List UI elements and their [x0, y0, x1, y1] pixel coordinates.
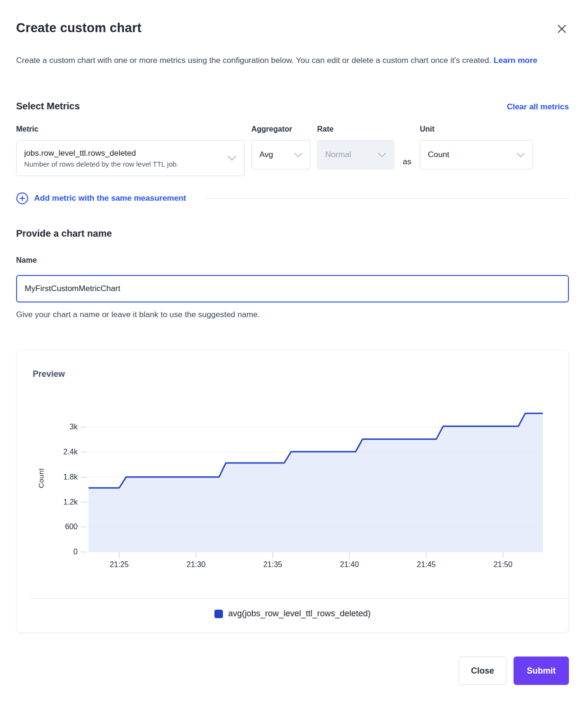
- description-text: Create a custom chart with one or more m…: [16, 56, 491, 65]
- unit-column: Unit Count: [420, 125, 533, 169]
- modal-header: Create custom chart: [16, 21, 569, 37]
- legend-divider: [31, 598, 567, 599]
- unit-select-value: Count: [428, 150, 449, 160]
- x-tick-label: 21:45: [417, 559, 435, 570]
- y-tick-label: 1.8k: [17, 472, 78, 482]
- legend-label: avg(jobs_row_level_ttl_rows_deleted): [228, 609, 371, 619]
- add-metric-divider: [205, 198, 569, 199]
- x-tick-label: 21:40: [340, 559, 359, 570]
- select-metrics-heading: Select Metrics: [16, 101, 80, 112]
- unit-label: Unit: [420, 125, 533, 134]
- rate-column: Rate Normal: [317, 125, 394, 169]
- create-custom-chart-modal: Create custom chart Create a custom char…: [0, 0, 585, 702]
- rate-select-value: Normal: [325, 150, 351, 160]
- preview-chart-plot: [80, 401, 548, 562]
- x-tick-label: 21:50: [494, 559, 513, 570]
- x-tick-label: 21:30: [186, 559, 205, 570]
- legend-swatch: [214, 610, 223, 618]
- metric-select-description: Number of rows deleted by the row level …: [24, 160, 178, 168]
- aggregator-select[interactable]: Avg: [251, 140, 310, 169]
- close-x-glyph: [557, 24, 567, 34]
- learn-more-link[interactable]: Learn more: [494, 56, 538, 65]
- close-icon[interactable]: [555, 22, 569, 37]
- metric-select-value: jobs.row_level_ttl.rows_deleted: [24, 149, 178, 158]
- rate-select: Normal: [317, 140, 394, 169]
- submit-button[interactable]: Submit: [514, 657, 569, 685]
- y-tick-label: 1.2k: [17, 497, 78, 507]
- x-tick-label: 21:25: [110, 559, 129, 570]
- aggregator-column: Aggregator Avg: [251, 125, 310, 169]
- as-column: as: [401, 125, 413, 169]
- add-metric-label: Add metric with the same measurement: [34, 194, 186, 203]
- preview-card: Preview Count 06001.2k1.8k2.4k3k 21:2521…: [16, 350, 569, 633]
- as-text: as: [401, 140, 413, 169]
- aggregator-select-value: Avg: [259, 150, 273, 160]
- add-metric-row: Add metric with the same measurement: [16, 192, 569, 204]
- clear-all-metrics-link[interactable]: Clear all metrics: [507, 102, 569, 112]
- add-metric-button[interactable]: Add metric with the same measurement: [16, 192, 186, 204]
- name-helper-text: Give your chart a name or leave it blank…: [16, 310, 569, 320]
- chevron-down-icon: [294, 152, 302, 158]
- close-button[interactable]: Close: [459, 657, 506, 685]
- metric-config-row: Metric jobs.row_level_ttl.rows_deleted N…: [16, 125, 569, 176]
- metric-select[interactable]: jobs.row_level_ttl.rows_deleted Number o…: [16, 140, 245, 176]
- as-spacer: [401, 125, 413, 140]
- preview-heading: Preview: [33, 369, 65, 379]
- chevron-down-icon: [227, 155, 237, 161]
- metric-select-texts: jobs.row_level_ttl.rows_deleted Number o…: [24, 148, 178, 169]
- x-tick-label: 21:35: [263, 559, 282, 570]
- modal-description: Create a custom chart with one or more m…: [16, 52, 565, 70]
- y-tick-label: 3k: [17, 422, 78, 432]
- chart-area-fill: [89, 413, 543, 552]
- chevron-down-icon: [378, 152, 386, 158]
- name-label: Name: [16, 256, 569, 266]
- y-tick-label: 0: [17, 547, 78, 557]
- chart-name-input[interactable]: [16, 275, 569, 302]
- page-title: Create custom chart: [16, 21, 142, 36]
- chart-name-heading: Provide a chart name: [16, 228, 569, 239]
- aggregator-label: Aggregator: [251, 125, 310, 134]
- unit-select[interactable]: Count: [420, 140, 533, 169]
- select-metrics-header: Select Metrics Clear all metrics: [16, 101, 569, 112]
- chart-legend: avg(jobs_row_level_ttl_rows_deleted): [17, 609, 568, 619]
- metric-column: Metric jobs.row_level_ttl.rows_deleted N…: [16, 125, 245, 176]
- modal-footer: Close Submit: [16, 657, 569, 685]
- chevron-down-icon: [516, 152, 525, 158]
- plus-circle-icon: [16, 192, 28, 204]
- y-tick-label: 2.4k: [17, 447, 78, 457]
- rate-label: Rate: [317, 125, 394, 134]
- metric-label: Metric: [16, 125, 245, 134]
- chart-svg: [80, 401, 548, 560]
- y-tick-label: 600: [17, 522, 78, 532]
